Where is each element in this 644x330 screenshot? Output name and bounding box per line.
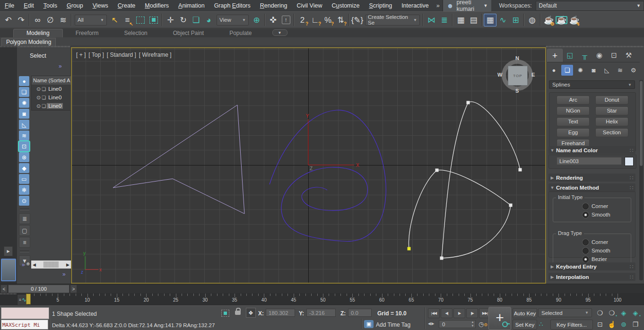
radio-bezier-selected[interactable] bbox=[583, 256, 589, 262]
rollout-name-and-color[interactable]: ▼ Name and Color bbox=[548, 146, 635, 154]
tab-utilities[interactable]: ⚒ bbox=[621, 49, 636, 61]
x-coordinate-field[interactable]: 180.302 bbox=[266, 309, 295, 317]
redo-icon[interactable]: ↷ bbox=[15, 14, 27, 26]
select-manipulate-icon[interactable]: ✜ bbox=[267, 14, 279, 26]
set-keys-button[interactable]: + bbox=[488, 307, 511, 330]
zoom-extents-icon[interactable]: ◈ bbox=[618, 308, 629, 318]
layout-flyout-button[interactable]: ▶ bbox=[4, 246, 13, 256]
toggle-ribbon-icon[interactable]: ▦ bbox=[484, 14, 496, 26]
compass-west[interactable]: W bbox=[497, 72, 502, 78]
dock-grip[interactable] bbox=[546, 46, 644, 47]
button-star[interactable]: Star bbox=[595, 106, 628, 115]
ribbon-config-dropdown[interactable]: ▼ bbox=[272, 29, 287, 36]
menu-overflow-chevron[interactable]: » bbox=[434, 2, 443, 9]
menu-graph-editors[interactable]: Graph Editors bbox=[209, 2, 255, 9]
menu-scripting[interactable]: Scripting bbox=[364, 2, 397, 9]
user-account-menu[interactable]: ☻ preeti kumari ▼ bbox=[443, 0, 492, 11]
selection-set-dropdown[interactable]: Selected ▼ bbox=[538, 308, 592, 317]
next-frame-button[interactable]: |▶ bbox=[466, 308, 478, 318]
menu-animation[interactable]: Animation bbox=[174, 2, 209, 9]
zoom-icon[interactable]: ❍ bbox=[594, 308, 606, 318]
object-name-field[interactable]: Line003 bbox=[557, 157, 622, 165]
select-link-icon[interactable]: ∞ bbox=[31, 14, 44, 26]
maximize-viewport-icon[interactable]: ❐ bbox=[630, 319, 641, 329]
snap-2d-icon[interactable]: 2? bbox=[296, 14, 309, 26]
tab-modify[interactable]: ◱ bbox=[563, 49, 577, 61]
pan-icon[interactable]: ☝ bbox=[606, 319, 618, 329]
command-panel-scrollbar[interactable] bbox=[639, 80, 643, 280]
explorer-overflow-chevron[interactable]: » bbox=[59, 63, 61, 69]
button-ngon[interactable]: NGon bbox=[557, 106, 590, 115]
maxscript-mini-listener[interactable] bbox=[1, 307, 49, 319]
button-arc[interactable]: Arc bbox=[557, 96, 590, 104]
named-selection-sets-icon[interactable]: {✎} bbox=[351, 14, 364, 26]
tab-hierarchy[interactable]: ╥ bbox=[577, 49, 592, 61]
explorer-horizontal-scrollbar[interactable]: ◀ ▶ bbox=[31, 261, 71, 269]
filter-particles-icon[interactable]: ✻ bbox=[19, 185, 29, 195]
visibility-eye-icon[interactable]: ⊙ bbox=[36, 103, 41, 109]
select-object-icon[interactable]: ↖ bbox=[108, 14, 121, 26]
zoom-region-icon[interactable]: ⊡ bbox=[594, 319, 606, 329]
rect-selection-region-icon[interactable] bbox=[136, 17, 145, 24]
filter-groups-icon[interactable]: ⊡ bbox=[19, 141, 29, 151]
toggle-layer-explorer-icon[interactable]: ▤ bbox=[467, 14, 480, 26]
blank-filter-icon[interactable]: ▢ bbox=[19, 225, 30, 236]
ribbon-tab-object-paint[interactable]: Object Paint bbox=[160, 29, 217, 37]
zoom-all-icon[interactable]: ❍▪ bbox=[606, 308, 618, 318]
dock-grip[interactable] bbox=[0, 46, 17, 47]
radio-corner[interactable] bbox=[583, 239, 589, 245]
tab-display[interactable]: ⊡ bbox=[607, 49, 621, 61]
maxscript-listener-field[interactable]: MAXScript Mi bbox=[1, 320, 48, 330]
category-space-warps-icon[interactable]: ≋ bbox=[614, 65, 626, 76]
tab-polygon-modeling[interactable]: Polygon Modeling bbox=[1, 38, 56, 46]
selection-filter-dropdown[interactable]: All▼ bbox=[75, 15, 107, 26]
zoom-extents-all-icon[interactable]: ◈▪ bbox=[630, 308, 641, 318]
ribbon-tab-selection[interactable]: Selection bbox=[111, 29, 160, 37]
spinner-snap-icon[interactable]: ⇅? bbox=[334, 14, 347, 26]
add-time-tag[interactable]: Add Time Tag bbox=[376, 321, 410, 328]
category-systems-icon[interactable]: ⚙ bbox=[627, 65, 639, 76]
button-donut[interactable]: Donut bbox=[595, 96, 628, 104]
viewport-menu-pov[interactable]: [ Top ] bbox=[88, 52, 104, 58]
filter-containers-icon[interactable]: ▭ bbox=[19, 174, 29, 184]
view-compass[interactable]: TOP N S W E bbox=[499, 57, 536, 94]
z-coordinate-field[interactable]: 0.0 bbox=[348, 309, 372, 317]
isolate-selection-icon[interactable] bbox=[221, 310, 229, 317]
spline-type-dropdown[interactable]: Splines ▼ bbox=[549, 80, 635, 89]
radio-corner[interactable] bbox=[583, 203, 589, 209]
explorer-column-header[interactable]: Name (Sorted A bbox=[32, 76, 71, 85]
viewport-layout-thumbnail[interactable] bbox=[1, 259, 16, 281]
compass-south[interactable]: S bbox=[515, 88, 519, 94]
time-tag-cube-icon[interactable]: ▣ bbox=[364, 320, 374, 328]
radio-option-smooth[interactable]: Smooth bbox=[583, 246, 631, 255]
category-geometry-icon[interactable]: ● bbox=[548, 65, 560, 76]
render-production-icon[interactable]: ☕↯ bbox=[568, 14, 581, 26]
radio-option-smooth[interactable]: Smooth bbox=[583, 210, 631, 219]
undo-icon[interactable]: ↶ bbox=[2, 14, 15, 26]
previous-frame-arrow[interactable]: < bbox=[0, 285, 8, 293]
ribbon-tab-freeform[interactable]: Freeform bbox=[63, 29, 112, 37]
explorer-row[interactable]: ⊙❏Line0 bbox=[32, 93, 71, 102]
list-view-icon[interactable]: ≡ bbox=[19, 237, 30, 248]
selection-lock-icon[interactable] bbox=[235, 311, 241, 315]
align-icon[interactable]: ≣ bbox=[438, 14, 451, 26]
key-mode-toggle-icon[interactable]: ∴ bbox=[539, 321, 543, 328]
play-button[interactable]: ▶ bbox=[453, 308, 465, 318]
unlink-selection-icon[interactable]: ∅ bbox=[44, 14, 57, 26]
use-pivot-center-icon[interactable]: ⊕ bbox=[250, 14, 263, 26]
render-setup-icon[interactable]: ☕⚙ bbox=[542, 14, 555, 26]
category-cameras-icon[interactable]: ◙ bbox=[588, 65, 600, 76]
select-move-icon[interactable]: ✛ bbox=[164, 14, 177, 26]
menu-tools[interactable]: Tools bbox=[39, 2, 62, 9]
menu-create[interactable]: Create bbox=[113, 2, 140, 9]
ribbon-tab-populate[interactable]: Populate bbox=[217, 29, 264, 37]
scroll-left-icon[interactable]: ◀ bbox=[31, 262, 37, 267]
radio-smooth[interactable] bbox=[583, 248, 589, 254]
category-helpers-icon[interactable]: ◺ bbox=[601, 65, 613, 76]
compass-north[interactable]: N bbox=[515, 55, 519, 61]
keyboard-override-icon[interactable]: ↑ bbox=[279, 14, 292, 26]
auto-key-button[interactable]: Auto Key bbox=[513, 308, 537, 318]
angle-snap-icon[interactable]: ∟? bbox=[309, 14, 322, 26]
menu-rendering[interactable]: Rendering bbox=[255, 2, 292, 9]
radio-smooth-selected[interactable] bbox=[583, 212, 589, 218]
